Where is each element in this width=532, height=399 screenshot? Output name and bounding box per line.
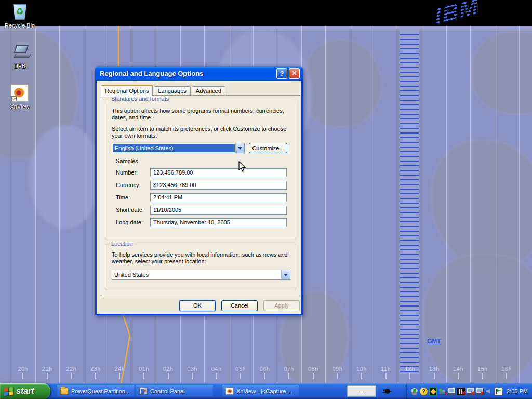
start-button[interactable]: start — [0, 383, 50, 399]
timezone-line — [374, 26, 374, 383]
powerquest-tray-icon[interactable] — [410, 388, 418, 395]
timezone-line — [495, 26, 495, 383]
timezone-label: 06h — [260, 366, 270, 372]
cancel-button[interactable]: Cancel — [221, 300, 258, 311]
system-tray: ?✕✕✕✕ 2:05 PM — [406, 383, 532, 399]
regional-language-options-dialog: Regional and Language Options ? ✕ Region… — [95, 66, 303, 315]
timezone-line — [84, 26, 84, 383]
timezone-tick — [264, 373, 265, 379]
tab-strip: Regional Options Languages Advanced — [101, 85, 227, 96]
network-connection-icon[interactable] — [448, 388, 456, 395]
timezone-line — [446, 26, 447, 383]
map-sea-patch — [29, 125, 101, 229]
tab-regional-options[interactable]: Regional Options — [101, 85, 153, 96]
xnview-icon — [225, 388, 234, 395]
tab-languages[interactable]: Languages — [154, 86, 190, 96]
chevron-down-icon[interactable] — [235, 143, 244, 153]
sample-value-field[interactable]: 123,456,789.00 — [150, 168, 287, 177]
timezone-label: 16h — [501, 366, 512, 372]
norton-icon[interactable] — [429, 388, 437, 395]
task-button-xnview-capture[interactable]: XnView - [<Capture-... — [222, 385, 299, 397]
sample-label: Long date: — [116, 219, 143, 225]
timezone-label: 04h — [211, 366, 222, 372]
xnview-app-icon: ↗ — [11, 84, 29, 102]
tab-advanced[interactable]: Advanced — [192, 86, 225, 96]
sample-value-field[interactable]: Thursday, November 10, 2005 — [150, 218, 287, 227]
sample-value-field[interactable]: 11/10/2005 — [150, 206, 287, 215]
timezone-label: 11h — [381, 366, 391, 372]
users-offline-icon[interactable]: ✕ — [438, 388, 446, 395]
messenger-ball-icon[interactable]: ? — [420, 388, 428, 395]
timezone-label: 20h — [18, 366, 28, 372]
dialog-titlebar[interactable]: Regional and Language Options ? ✕ — [95, 66, 303, 81]
battery-deskband[interactable]: --- — [347, 385, 376, 397]
error-x-icon: ✕ — [461, 390, 466, 396]
location-group: Location To help services provide you wi… — [105, 244, 296, 290]
computer-error-icon[interactable]: ✕ — [467, 388, 474, 395]
format-combobox-value: English (United States) — [113, 144, 235, 152]
cpanel-icon — [139, 388, 148, 395]
location-description: To help services provide you with local … — [112, 251, 292, 265]
ok-button[interactable]: OK — [179, 300, 216, 311]
timezone-tick — [337, 373, 338, 379]
samples-label: Samples — [116, 158, 138, 165]
recycle-symbol-icon: ♻ — [11, 6, 29, 17]
sample-label: Short date: — [116, 207, 144, 213]
help-button[interactable]: ? — [276, 68, 287, 79]
desktop-icon-recycle-bin[interactable]: ♻ Recycle Bin — [0, 3, 39, 29]
sample-value-field[interactable]: 2:04:41 PM — [150, 193, 287, 202]
windows-flag-icon — [4, 387, 13, 396]
task-button-powerquest-partition[interactable]: PowerQuest Partition... — [57, 385, 134, 397]
apply-button[interactable]: Apply — [263, 300, 300, 311]
timezone-tick — [506, 373, 507, 379]
timezone-label: 14h — [453, 366, 463, 372]
timezone-label: 15h — [477, 366, 488, 372]
icon-label: DPB — [0, 63, 39, 69]
sample-label: Currency: — [116, 182, 141, 188]
recycle-bin-icon: ♻ — [11, 3, 29, 21]
sample-row-long-date: Long date: Thursday, November 10, 2005 — [105, 218, 296, 227]
wallpaper-strip-edge — [0, 26, 532, 31]
taskbar: start PowerQuest Partition...Control Pan… — [0, 383, 532, 399]
task-button-control-panel[interactable]: Control Panel — [136, 385, 213, 397]
sample-row-currency: Currency: $123,456,789.00 — [105, 181, 296, 190]
timezone-tick — [409, 373, 410, 379]
error-x-icon: ✕ — [443, 391, 447, 396]
timezone-tick — [240, 373, 241, 379]
timezone-label: 07h — [284, 366, 294, 372]
laptop-screen — [14, 45, 29, 53]
groupbox-caption: Standards and formats — [110, 96, 170, 102]
desktop-icon-dpb[interactable]: DPB — [0, 44, 39, 69]
volume-icon[interactable] — [485, 388, 493, 395]
task-button-label: XnView - [<Capture-... — [236, 388, 292, 394]
timezone-tick — [47, 373, 48, 379]
timezone-label: 02h — [163, 366, 174, 372]
chart-disabled-icon[interactable]: ✕ — [457, 388, 465, 395]
sample-row-short-date: Short date: 11/10/2005 — [105, 206, 296, 215]
task-button-label: Control Panel — [150, 388, 185, 394]
groupbox-caption: Location — [110, 241, 135, 247]
chevron-down-icon[interactable] — [281, 270, 290, 279]
power-plug-icon — [382, 388, 392, 395]
timezone-line — [11, 26, 11, 383]
close-button[interactable]: ✕ — [289, 68, 300, 79]
tab-page-regional-options: Standards and formats This option affect… — [101, 95, 300, 296]
timezone-tick — [192, 373, 193, 379]
format-combobox[interactable]: English (United States) — [112, 143, 245, 153]
wireless-error-icon[interactable]: ✕ — [476, 388, 484, 395]
timezone-tick — [143, 373, 144, 379]
location-combobox[interactable]: United States — [112, 270, 290, 280]
map-landmass-africa — [423, 255, 532, 383]
desktop-icon-xnview[interactable]: ↗ XnView — [0, 84, 39, 110]
timezone-tick — [361, 373, 362, 379]
sample-row-number: Number: 123,456,789.00 — [105, 168, 296, 177]
timezone-label: 08h — [308, 366, 318, 372]
customize-button[interactable]: Customize... — [249, 143, 287, 153]
language-flag-icon[interactable] — [495, 388, 502, 395]
sample-value-field[interactable]: $123,456,789.00 — [150, 181, 287, 190]
timezone-line — [35, 26, 36, 383]
timezone-line — [422, 26, 422, 383]
taskbar-clock[interactable]: 2:05 PM — [507, 388, 528, 394]
map-landmass — [304, 39, 382, 127]
timezone-tick — [216, 373, 217, 379]
